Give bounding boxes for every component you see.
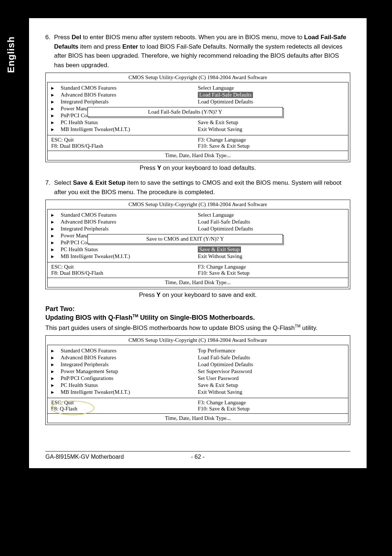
bios-hint: F8: Q-Flash xyxy=(51,406,198,412)
bios-dialog: Load Fail-Safe Defaults (Y/N)? Y xyxy=(87,107,283,117)
bios-hint-col: F3: Change LanguageF10: Save & Exit Setu… xyxy=(198,264,344,276)
triangle-icon: ▶ xyxy=(51,120,54,124)
triangle-icon: ▶ xyxy=(51,127,54,131)
bios-item-label: Exit Without Saving xyxy=(198,389,242,395)
bios-item-label: Power Management Setup xyxy=(61,368,118,375)
bios-item-label: PnP/PCI Cor xyxy=(61,113,89,119)
bios-menu-item: Exit Without Saving xyxy=(198,253,344,260)
t: Press xyxy=(139,291,156,298)
step-number: 6. xyxy=(44,33,54,70)
bios-right-col: Top PerformanceLoad Fail-Safe DefaultsLo… xyxy=(198,347,344,396)
bios-item-label: Load Optimized Defaults xyxy=(198,99,253,105)
bios-item-label: Power Mana xyxy=(61,233,88,239)
t: Y xyxy=(156,291,160,298)
bios-item-label: Set User Password xyxy=(198,375,239,381)
bios-item-label: Exit Without Saving xyxy=(198,126,242,132)
triangle-icon: ▶ xyxy=(51,220,54,224)
part-two-heading: Part Two: xyxy=(45,305,350,313)
bios-menu-item: ▶Standard CMOS Features xyxy=(51,212,198,218)
triangle-icon: ▶ xyxy=(51,390,54,394)
t: on your keyboard to save and exit. xyxy=(160,291,257,298)
bios-item-label: Standard CMOS Features xyxy=(61,212,117,218)
bios-menu-item: ▶Advanced BIOS Features xyxy=(51,91,198,98)
bios-item-label: Save & Exit Setup xyxy=(198,119,238,126)
bios-footer: Time, Date, Hard Disk Type... xyxy=(47,151,348,160)
bios-item-label: Load Fail-Safe Defaults xyxy=(198,92,253,98)
bios-item-label: PC Health Status xyxy=(61,119,98,126)
bios-title: CMOS Setup Utility-Copyright (C) 1984-20… xyxy=(46,200,350,209)
bios-hint: F8: Dual BIOS/Q-Flash xyxy=(51,270,198,276)
t: Select xyxy=(54,179,73,186)
bios-menu-item: ▶PC Health Status xyxy=(51,119,198,126)
bios-menu-item: ▶Integrated Peripherals xyxy=(51,225,198,232)
triangle-icon: ▶ xyxy=(51,356,54,360)
bios-menu-item: Top Performance xyxy=(198,347,344,354)
triangle-icon: ▶ xyxy=(51,241,54,245)
triangle-icon: ▶ xyxy=(51,363,54,367)
bios-menu-item-selected: Load Fail-Safe Defaults xyxy=(198,91,344,98)
bios-menu-item: ▶Integrated Peripherals xyxy=(51,98,198,105)
caption-2: Press Y on your keyboard to save and exi… xyxy=(45,291,350,299)
bios-item-label: Load Optimized Defaults xyxy=(198,361,253,368)
step-text: Press Del to enter BIOS menu after syste… xyxy=(54,33,350,70)
t: Save & Exit Setup xyxy=(73,179,126,186)
bios-footer: Time, Date, Hard Disk Type... xyxy=(47,414,348,423)
triangle-icon: ▶ xyxy=(51,227,54,231)
triangle-icon: ▶ xyxy=(51,383,54,387)
bios-item-label: Set Supervisor Password xyxy=(198,368,252,375)
bios-menu-item: Load Optimized Defaults xyxy=(198,98,344,105)
part-two-paragraph: This part guides users of single-BIOS mo… xyxy=(45,323,350,332)
bios-menu-item: Exit Without Saving xyxy=(198,126,344,133)
bios-item-label: PnP/PCI Configurations xyxy=(61,375,113,381)
bios-hint-col: ESC: QuitF8: Dual BIOS/Q-Flash xyxy=(51,264,198,276)
bios-hint: F10: Save & Exit Setup xyxy=(198,143,344,149)
triangle-icon: ▶ xyxy=(51,213,54,217)
bios-hint-col: F3: Change LanguageF10: Save & Exit Setu… xyxy=(198,137,344,149)
bios-hint: F3: Change Language xyxy=(198,137,344,143)
bios-body: ▶Standard CMOS Features▶Advanced BIOS Fe… xyxy=(47,82,348,135)
bios-menu-item: ▶PC Health Status xyxy=(51,246,198,253)
bios-hint: ESC: Quit xyxy=(51,264,198,270)
bios-hints: ESC: QuitF8: Q-FlashF3: Change LanguageF… xyxy=(47,398,348,414)
bios-menu-item: ▶Standard CMOS Features xyxy=(51,347,198,354)
bios-item-label: Advanced BIOS Features xyxy=(61,92,116,98)
bios-hint: F10: Save & Exit Setup xyxy=(198,270,344,276)
bios-title: CMOS Setup Utility-Copyright (C) 1984-20… xyxy=(46,336,350,345)
bios-menu-item: Load Fail-Safe Defaults xyxy=(198,218,344,225)
bios-item-label: Select Language xyxy=(198,212,234,218)
t: on your keyboard to load defaults. xyxy=(161,164,256,171)
t: Press xyxy=(140,164,157,171)
bios-screenshot-3: CMOS Setup Utility-Copyright (C) 1984-20… xyxy=(45,335,350,425)
bios-item-label: MB Intelligent Tweaker(M.I.T.) xyxy=(61,389,130,395)
bios-hint: ESC: Quit xyxy=(51,137,198,143)
bios-item-label: Standard CMOS Features xyxy=(61,348,117,354)
step-7: 7. Select Save & Exit Setup item to save… xyxy=(45,178,350,197)
bios-item-label: Standard CMOS Features xyxy=(61,85,117,91)
page-content: 6. Press Del to enter BIOS menu after sy… xyxy=(29,18,367,468)
triangle-icon: ▶ xyxy=(51,93,54,97)
bios-menu-item: Save & Exit Setup xyxy=(198,382,344,389)
step-6: 6. Press Del to enter BIOS menu after sy… xyxy=(45,33,350,70)
bios-menu-item: Save & Exit Setup xyxy=(198,119,344,126)
triangle-icon: ▶ xyxy=(51,369,54,373)
bios-hint-col: ESC: QuitF8: Dual BIOS/Q-Flash xyxy=(51,137,198,149)
t: Utility on Single-BIOS Motherboards. xyxy=(138,314,255,321)
t: This part guides users of single-BIOS mo… xyxy=(45,324,295,331)
bios-menu-item: ▶Advanced BIOS Features xyxy=(51,354,198,361)
bios-title: CMOS Setup Utility-Copyright (C) 1984-20… xyxy=(46,73,350,82)
bios-menu-item: ▶Integrated Peripherals xyxy=(51,361,198,368)
bios-item-label: PC Health Status xyxy=(61,382,98,388)
language-tab: English xyxy=(4,33,19,77)
bios-menu-item: ▶MB Intelligent Tweaker(M.I.T.) xyxy=(51,253,198,260)
bios-menu-item: ▶PC Health Status xyxy=(51,382,198,389)
bios-hint-col: ESC: QuitF8: Q-Flash xyxy=(51,400,198,412)
bios-menu-item: ▶MB Intelligent Tweaker(M.I.T.) xyxy=(51,389,198,396)
bios-menu-item-selected: Save & Exit Setup xyxy=(198,246,344,253)
bios-footer: Time, Date, Hard Disk Type... xyxy=(47,278,348,287)
bios-hint: F8: Dual BIOS/Q-Flash xyxy=(51,143,198,149)
bios-menu-item: ▶PnP/PCI Configurations xyxy=(51,375,198,382)
bios-item-label: MB Intelligent Tweaker(M.I.T.) xyxy=(61,253,130,259)
bios-menu-item: ▶Advanced BIOS Features xyxy=(51,218,198,225)
part-two-subheading: Updating BIOS with Q-FlashTM Utility on … xyxy=(45,314,350,322)
footer-spacer xyxy=(216,454,350,460)
